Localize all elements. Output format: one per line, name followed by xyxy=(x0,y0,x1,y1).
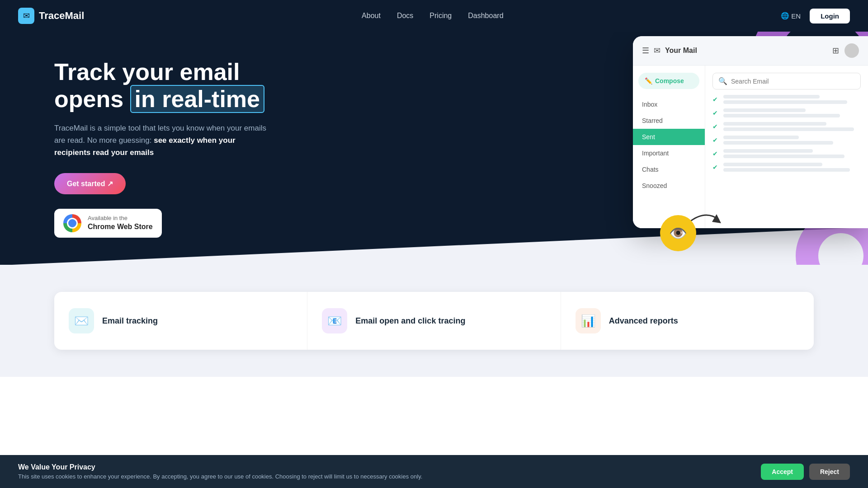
email-row[interactable]: ✔ xyxy=(712,136,861,145)
logo-icon: ✉ xyxy=(18,8,34,24)
email-line-short xyxy=(723,149,813,153)
compose-button[interactable]: ✏️ Compose xyxy=(638,73,699,89)
hero-description: TraceMail is a simple tool that lets you… xyxy=(54,122,271,159)
email-row[interactable]: ✔ xyxy=(712,149,861,158)
grid-icon[interactable]: ⊞ xyxy=(832,46,839,56)
feature-card-advanced-reports[interactable]: 📊 Advanced reports xyxy=(561,292,814,350)
login-button[interactable]: Login xyxy=(810,9,850,23)
advanced-reports-icon: 📊 xyxy=(581,314,595,328)
nav-about[interactable]: About xyxy=(362,12,381,20)
click-tracing-icon-wrap: 📧 xyxy=(322,308,347,333)
sidebar-item-inbox[interactable]: Inbox xyxy=(633,96,705,113)
search-input[interactable] xyxy=(731,78,855,85)
email-tracking-icon: ✉️ xyxy=(74,314,89,328)
svg-marker-1 xyxy=(712,214,721,223)
click-tracing-icon: 📧 xyxy=(327,314,342,328)
email-row[interactable]: ✔ xyxy=(712,95,861,104)
get-started-button[interactable]: Get started ↗ xyxy=(54,173,126,194)
email-line-long xyxy=(723,114,840,117)
email-line-short xyxy=(723,122,826,126)
mockup-header: ☰ ✉ Your Mail ⊞ xyxy=(633,36,868,66)
check-icon: ✔ xyxy=(712,136,720,144)
search-icon: 🔍 xyxy=(718,77,727,85)
hero-title: Track your email opens in real-time xyxy=(54,59,271,113)
hero-highlight: in real-time xyxy=(130,85,264,113)
logo-link[interactable]: ✉ TraceMail xyxy=(18,8,84,24)
check-icon: ✔ xyxy=(712,164,720,171)
chrome-badge-small: Available in the xyxy=(88,215,153,222)
eye-tracking-bubble: 👁️ xyxy=(660,215,696,251)
chrome-web-store-badge[interactable]: Available in the Chrome Web Store xyxy=(54,209,162,238)
mail-icon: ✉ xyxy=(654,46,660,56)
lower-section: ✉️ Email tracking 📧 Email open and click… xyxy=(0,265,868,377)
feature-card-click-tracing[interactable]: 📧 Email open and click tracing xyxy=(307,292,561,350)
nav-dashboard[interactable]: Dashboard xyxy=(468,12,503,20)
chrome-badge-big: Chrome Web Store xyxy=(88,222,153,232)
email-line-short xyxy=(723,163,822,166)
chrome-icon xyxy=(63,214,81,232)
user-avatar[interactable] xyxy=(844,43,859,58)
language-selector[interactable]: 🌐 EN xyxy=(781,12,801,20)
sidebar-item-starred[interactable]: Starred xyxy=(633,113,705,129)
hamburger-icon[interactable]: ☰ xyxy=(642,46,649,56)
email-tracking-icon-wrap: ✉️ xyxy=(69,308,94,333)
features-section: ✉️ Email tracking 📧 Email open and click… xyxy=(0,265,868,377)
nav-right: 🌐 EN Login xyxy=(781,9,850,23)
advanced-reports-icon-wrap: 📊 xyxy=(576,308,601,333)
mockup-title-text: Your Mail xyxy=(665,47,697,55)
email-line-long xyxy=(723,127,854,131)
email-line-long xyxy=(723,168,850,172)
click-tracing-label: Email open and click tracing xyxy=(355,316,465,326)
sidebar-item-chats[interactable]: Chats xyxy=(633,161,705,178)
pencil-icon: ✏️ xyxy=(645,77,652,84)
email-line-short xyxy=(723,136,799,139)
check-icon: ✔ xyxy=(712,150,720,157)
email-line-long xyxy=(723,155,844,158)
advanced-reports-label: Advanced reports xyxy=(609,316,678,326)
hero-content: Track your email opens in real-time Trac… xyxy=(0,32,271,265)
email-tracking-label: Email tracking xyxy=(102,316,158,326)
feature-card-email-tracking[interactable]: ✉️ Email tracking xyxy=(54,292,307,350)
sidebar-item-important[interactable]: Important xyxy=(633,145,705,161)
email-row[interactable]: ✔ xyxy=(712,122,861,131)
search-bar[interactable]: 🔍 xyxy=(712,73,861,89)
nav-links: About Docs Pricing Dashboard xyxy=(362,12,503,20)
sidebar-item-snoozed[interactable]: Snoozed xyxy=(633,178,705,194)
check-icon: ✔ xyxy=(712,96,720,103)
logo-text: TraceMail xyxy=(39,10,84,22)
features-grid: ✉️ Email tracking 📧 Email open and click… xyxy=(54,292,814,350)
email-line-long xyxy=(723,141,833,145)
email-row[interactable]: ✔ xyxy=(712,108,861,117)
mockup-body: ✏️ Compose Inbox Starred Sent Important … xyxy=(633,66,868,228)
nav-pricing[interactable]: Pricing xyxy=(429,12,452,20)
email-row[interactable]: ✔ xyxy=(712,163,861,172)
check-icon: ✔ xyxy=(712,123,720,130)
email-mockup: ☰ ✉ Your Mail ⊞ ✏️ Compose Inbox Starred… xyxy=(633,36,868,228)
navbar: ✉ TraceMail About Docs Pricing Dashboard… xyxy=(0,0,868,32)
nav-docs[interactable]: Docs xyxy=(397,12,413,20)
email-line-short xyxy=(723,95,820,99)
hero-section: Track your email opens in real-time Trac… xyxy=(0,0,868,265)
email-line-short xyxy=(723,108,806,112)
email-line-long xyxy=(723,100,847,104)
check-icon: ✔ xyxy=(712,109,720,117)
sidebar-item-sent[interactable]: Sent xyxy=(633,129,705,145)
mockup-main: 🔍 ✔ ✔ xyxy=(705,66,868,228)
